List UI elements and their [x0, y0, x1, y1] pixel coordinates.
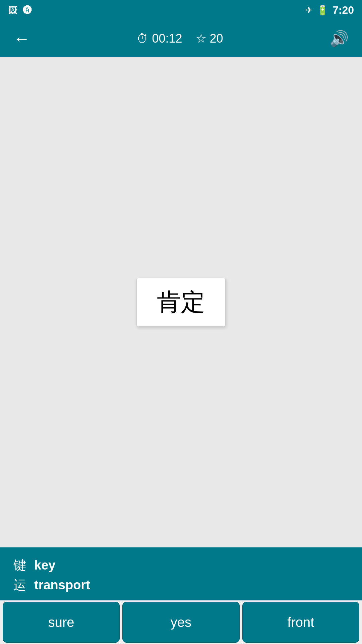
toolbar-center: ⏱ 00:12 ☆ 20	[136, 32, 223, 46]
answer-label-yes: yes	[171, 615, 191, 630]
sound-button[interactable]: 🔊	[329, 31, 349, 46]
hint-english-2: transport	[34, 578, 90, 592]
answer-button-yes[interactable]: yes	[122, 602, 239, 643]
toolbar: ← ⏱ 00:12 ☆ 20 🔊	[0, 20, 362, 57]
answer-button-front[interactable]: front	[242, 602, 359, 643]
hint-row-2: 运 transport	[13, 577, 349, 594]
flashcard[interactable]: 肯定	[136, 278, 226, 327]
back-button[interactable]: ←	[13, 30, 30, 47]
airplane-icon: ✈	[305, 5, 313, 16]
timer-icon: ⏱	[136, 32, 148, 46]
stars-display: ☆ 20	[196, 32, 223, 46]
main-content: 肯定	[0, 57, 362, 547]
timer-display: ⏱ 00:12	[136, 32, 182, 46]
hint-bar: 键 key 运 transport	[0, 547, 362, 600]
answer-label-sure: sure	[48, 615, 74, 630]
photo-icon: 🖼	[8, 5, 17, 16]
status-bar-left: 🖼 🅐	[8, 5, 32, 16]
hint-chinese-2: 运	[13, 577, 26, 594]
flashcard-text: 肯定	[157, 288, 205, 315]
stars-value: 20	[210, 32, 223, 46]
hint-row-1: 键 key	[13, 557, 349, 574]
status-bar-right: ✈ 🔋 7:20	[305, 4, 354, 16]
star-icon: ☆	[196, 32, 206, 46]
hint-english-1: key	[34, 558, 55, 573]
answer-bar: sure yes front	[0, 600, 362, 644]
answer-button-sure[interactable]: sure	[3, 602, 120, 643]
answer-label-front: front	[287, 615, 314, 630]
status-time: 7:20	[333, 4, 354, 16]
battery-icon: 🔋	[317, 5, 328, 16]
text-icon: 🅐	[23, 5, 32, 16]
hint-chinese-1: 键	[13, 557, 26, 574]
status-bar: 🖼 🅐 ✈ 🔋 7:20	[0, 0, 362, 20]
timer-value: 00:12	[152, 32, 182, 46]
